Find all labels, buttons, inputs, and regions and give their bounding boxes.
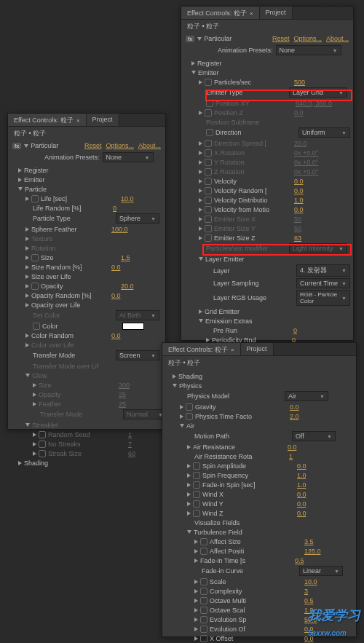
glow-transfer-dropdown[interactable]: Normal▼ [123, 409, 165, 419]
stopwatch-icon[interactable] [205, 168, 212, 175]
reset-link[interactable]: Reset [272, 35, 290, 42]
position-xy-value[interactable]: 640.0, 360.0 [296, 100, 332, 107]
emitter-type-dropdown[interactable]: Layer Grid▼ [289, 87, 347, 98]
disclosure-icon[interactable] [25, 293, 29, 298]
stopwatch-icon[interactable] [205, 109, 212, 117]
life-random-value[interactable]: 0 [113, 205, 116, 212]
about-link[interactable]: About... [326, 35, 349, 42]
stopwatch-icon[interactable] [205, 149, 212, 157]
stopwatch-icon[interactable] [193, 472, 200, 479]
x-rotation-value[interactable]: 0x +0.0° [294, 149, 318, 157]
fadein-time-value[interactable]: 0.5 [295, 557, 304, 564]
particle-group[interactable]: Particle [25, 186, 47, 193]
disclosure-icon[interactable] [187, 530, 191, 534]
glow-group[interactable]: Glow [32, 372, 47, 379]
stopwatch-icon[interactable] [200, 548, 207, 555]
close-icon[interactable]: × [250, 10, 253, 17]
close-icon[interactable]: × [76, 117, 80, 124]
spin-frequency-value[interactable]: 1.0 [297, 472, 306, 479]
affect-positi-value[interactable]: 125.0 [304, 548, 321, 555]
wind-z-value[interactable]: 0.0 [297, 510, 306, 517]
glow-opacity-value[interactable]: 25 [119, 391, 126, 398]
options-link[interactable]: Options... [293, 35, 322, 42]
disclosure-icon[interactable] [194, 608, 198, 612]
glow-feather-value[interactable]: 25 [119, 401, 126, 408]
about-link[interactable]: About... [138, 142, 161, 149]
emitter-size-x-value[interactable]: 50 [294, 216, 301, 223]
disclosure-icon[interactable] [33, 433, 36, 437]
disclosure-icon[interactable] [206, 338, 210, 342]
color-over-life-group[interactable]: Color over Life [31, 342, 74, 349]
stopwatch-icon[interactable] [205, 178, 212, 185]
disclosure-icon[interactable] [187, 502, 191, 506]
tab-project[interactable]: Project [87, 114, 119, 126]
stopwatch-icon[interactable] [206, 129, 213, 136]
disclosure-icon[interactable] [199, 208, 202, 212]
disclosure-icon[interactable] [18, 168, 22, 173]
stopwatch-icon[interactable] [205, 187, 212, 194]
layer-rgb-dropdown[interactable]: RGB - Particle Color▼ [296, 290, 350, 306]
disclosure-icon[interactable] [187, 511, 191, 516]
stopwatch-icon[interactable] [205, 197, 212, 204]
color-random-value[interactable]: 0.0 [111, 332, 121, 339]
preset-dropdown[interactable]: None▼ [276, 45, 341, 55]
disclosure-icon[interactable] [25, 423, 30, 427]
disclosure-icon[interactable] [194, 580, 198, 584]
stopwatch-icon[interactable] [193, 462, 200, 470]
disclosure-icon[interactable] [199, 80, 202, 84]
stopwatch-icon[interactable] [186, 413, 193, 420]
disclosure-icon[interactable] [194, 627, 198, 631]
disclosure-icon[interactable] [33, 451, 36, 456]
particles-modifier-dropdown[interactable]: Light Intensity▼ [289, 243, 347, 253]
air-resist-rota-value[interactable]: 1 [289, 453, 293, 460]
transfer-mode-dropdown[interactable]: Screen▼ [116, 350, 159, 360]
disclosure-icon[interactable] [199, 151, 202, 155]
stopwatch-icon[interactable] [39, 431, 46, 438]
disclosure-icon[interactable] [25, 303, 29, 307]
pre-run-value[interactable]: 0 [293, 327, 297, 334]
velocity-value[interactable]: 0.0 [294, 178, 304, 185]
emission-extras-group[interactable]: Emission Extras [205, 317, 253, 325]
disclosure-icon[interactable] [199, 179, 202, 184]
reset-link[interactable]: Reset [84, 142, 102, 149]
options-link[interactable]: Options... [106, 142, 134, 149]
tab-effect-controls[interactable]: Effect Controls: 粒子× [162, 343, 241, 355]
register-group[interactable]: Register [197, 60, 222, 67]
emitter-group[interactable]: Emitter [198, 69, 219, 76]
stopwatch-icon[interactable] [205, 206, 212, 213]
tab-project[interactable]: Project [241, 343, 274, 355]
emitter-size-z-value[interactable]: 63 [294, 234, 301, 242]
disclosure-icon[interactable] [25, 246, 29, 251]
stopwatch-icon[interactable] [200, 538, 207, 545]
emitter-group[interactable]: Emitter [24, 176, 45, 184]
register-group[interactable]: Register [24, 167, 49, 174]
disclosure-icon[interactable] [199, 236, 202, 240]
streaklet-group[interactable]: Streaklet [32, 422, 58, 429]
disclosure-icon[interactable] [191, 61, 195, 66]
set-color-dropdown[interactable]: At Birth▼ [116, 310, 159, 320]
texture-group[interactable]: Texture [31, 235, 53, 242]
stopwatch-icon[interactable] [39, 441, 46, 448]
spin-amplitude-value[interactable]: 0.0 [297, 462, 306, 470]
disclosure-icon[interactable] [194, 618, 198, 622]
layer-emitter-group[interactable]: Layer Emitter [205, 256, 245, 263]
disclosure-icon[interactable] [191, 71, 196, 74]
stopwatch-icon[interactable] [31, 195, 39, 202]
disclosure-icon[interactable] [194, 599, 198, 603]
disclosure-icon[interactable] [199, 226, 202, 231]
stopwatch-icon[interactable] [200, 616, 207, 623]
stopwatch-icon[interactable] [200, 607, 207, 614]
air-group[interactable]: Air [186, 422, 194, 430]
effect-header[interactable]: fxParticularResetOptions...About... [181, 33, 353, 44]
disclosure-icon[interactable] [199, 170, 202, 174]
stopwatch-icon[interactable] [31, 283, 39, 290]
glow-size-value[interactable]: 300 [119, 382, 130, 389]
disclosure-icon[interactable] [173, 374, 176, 379]
disclosure-icon[interactable] [25, 197, 29, 201]
size-over-life-group[interactable]: Size over Life [31, 273, 71, 280]
fadein-spin-value[interactable]: 1.0 [297, 481, 306, 489]
disclosure-icon[interactable] [33, 383, 36, 387]
disclosure-icon[interactable] [33, 442, 36, 446]
tab-effect-controls[interactable]: Effect Controls: 粒子× [8, 114, 87, 126]
visualize-fields-label[interactable]: Visualize Fields [194, 519, 240, 526]
